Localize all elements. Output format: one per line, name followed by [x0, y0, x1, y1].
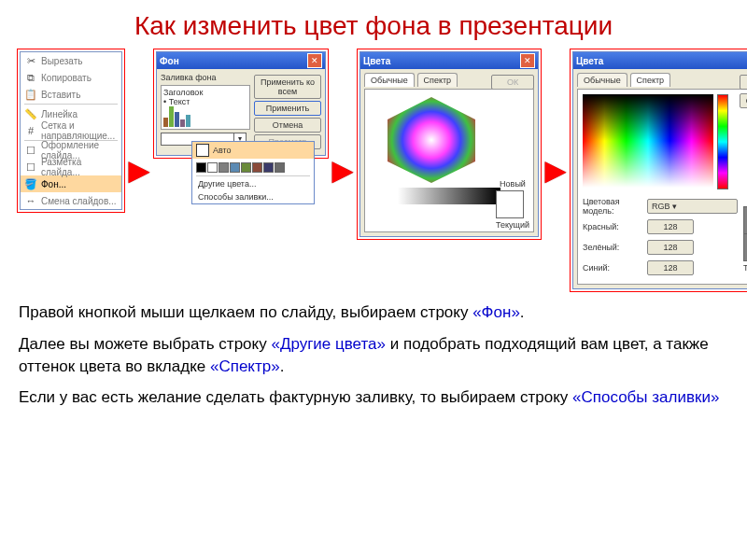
arrow-icon: ▶ — [545, 155, 566, 186]
current-label: Текущий — [496, 220, 529, 230]
color-swatch[interactable] — [252, 162, 262, 173]
model-label: Цветовая модель: — [583, 197, 644, 216]
color-swatch[interactable] — [207, 162, 218, 173]
blue-input[interactable]: 128 — [647, 260, 694, 275]
spec-title: Цвета — [576, 56, 603, 66]
cancel-button[interactable]: Отмена — [740, 93, 747, 108]
color-gradient[interactable] — [583, 94, 713, 188]
std-titlebar: Цвета ✕ — [360, 52, 538, 69]
arrow-icon: ▶ — [332, 155, 353, 186]
context-menu-item[interactable]: 📋Вставить — [21, 86, 121, 103]
svg-rect-1 — [398, 188, 500, 204]
tab-standard[interactable]: Обычные — [364, 73, 415, 87]
new-label: Новый — [743, 195, 747, 204]
model-select[interactable]: RGB ▾ — [647, 199, 738, 214]
ok-button[interactable]: ОК — [740, 75, 747, 90]
cancel-button[interactable]: Отмена — [254, 118, 321, 133]
paragraph-1: Правой кнопкой мыши щелкаем по слайду, в… — [0, 292, 747, 324]
sample-text: • Текст — [163, 97, 247, 106]
color-swatch[interactable] — [230, 162, 240, 173]
new-swatch — [496, 190, 524, 218]
paragraph-3: Если у вас есть желание сделать фактурну… — [0, 377, 747, 409]
panel-fill-dialog: Фон ✕ Заливка фона Заголовок • Текст — [153, 49, 329, 159]
close-icon[interactable]: ✕ — [307, 53, 322, 68]
fill-title: Фон — [160, 56, 179, 66]
std-title: Цвета — [363, 56, 390, 66]
green-input[interactable]: 128 — [647, 240, 694, 255]
context-menu-item[interactable]: ⧉Копировать — [21, 69, 121, 86]
page-title: Как изменить цвет фона в презентации — [0, 0, 747, 49]
auto-row[interactable]: Авто — [192, 142, 314, 159]
panel-spectrum: Цвета ✕ Обычные Спектр ОК Отмена — [570, 49, 747, 292]
green-label: Зелёный: — [583, 243, 644, 252]
arrow-icon: ▶ — [129, 155, 149, 186]
new-label: Новый — [496, 179, 529, 189]
fill-ways-item[interactable]: Способы заливки... — [192, 190, 314, 203]
context-menu-item[interactable]: ☐Разметка слайда... — [21, 159, 121, 175]
panel-context-menu: ✂Вырезать⧉Копировать📋Вставить📏Линейка#Се… — [17, 49, 125, 213]
current-label: Текущий — [743, 263, 747, 273]
new-swatch — [743, 206, 747, 234]
tab-standard[interactable]: Обычные — [577, 73, 627, 87]
ok-button[interactable]: ОК — [491, 75, 534, 90]
svg-marker-0 — [388, 97, 475, 183]
color-swatch[interactable] — [241, 162, 251, 173]
color-swatch[interactable] — [218, 162, 229, 173]
tab-spectrum[interactable]: Спектр — [417, 73, 458, 87]
color-swatch[interactable] — [275, 162, 285, 173]
red-input[interactable]: 128 — [647, 219, 694, 234]
hue-slider[interactable] — [717, 94, 728, 189]
color-swatch[interactable] — [263, 162, 274, 173]
gray-hexrow[interactable] — [398, 188, 500, 204]
fill-titlebar: Фон ✕ — [157, 52, 325, 69]
red-label: Красный: — [583, 222, 644, 231]
apply-button[interactable]: Применить — [254, 101, 321, 116]
blue-label: Синий: — [583, 263, 644, 273]
apply-all-button[interactable]: Применить ко всем — [254, 75, 321, 99]
current-swatch — [743, 233, 747, 261]
context-menu-item[interactable]: #Сетка и направляющие... — [21, 122, 121, 139]
other-colors-item[interactable]: Другие цвета... — [192, 177, 314, 190]
context-menu-item[interactable]: ✂Вырезать — [21, 52, 121, 69]
spec-titlebar: Цвета ✕ — [573, 52, 747, 69]
fill-group-label: Заливка фона — [161, 73, 250, 82]
color-hexagon[interactable] — [380, 95, 483, 184]
color-swatch[interactable] — [196, 162, 206, 173]
tab-spectrum[interactable]: Спектр — [630, 73, 671, 87]
context-menu-item[interactable]: 🪣Фон... — [21, 175, 121, 192]
close-icon[interactable]: ✕ — [520, 53, 535, 68]
sample-title: Заголовок — [163, 88, 247, 97]
context-menu-item[interactable]: ↔Смена слайдов... — [21, 192, 121, 209]
paragraph-2: Далее вы можете выбрать строку «Другие ц… — [0, 324, 747, 378]
panel-std-colors: Цвета ✕ Обычные Спектр ОК Отмена — [357, 49, 542, 240]
